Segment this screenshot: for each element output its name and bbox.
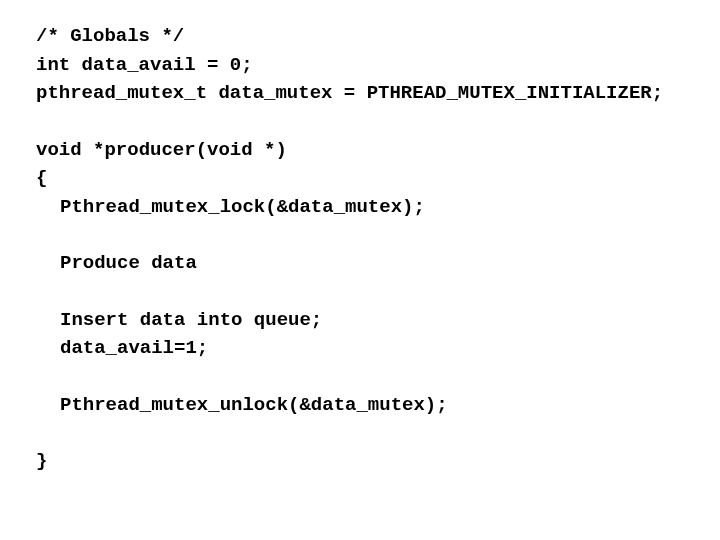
code-line: Insert data into queue; [36,306,720,335]
code-line: pthread_mutex_t data_mutex = PTHREAD_MUT… [36,79,720,108]
code-line: data_avail=1; [36,334,720,363]
blank-line [36,221,720,249]
code-text: void * [36,139,104,161]
function-name: producer [104,139,195,161]
blank-line [36,363,720,391]
code-line: { [36,164,720,193]
code-line: /* Globals */ [36,22,720,51]
code-line: void *producer(void *) [36,136,720,165]
code-line: Pthread_mutex_lock(&data_mutex); [36,193,720,222]
code-line: Produce data [36,249,720,278]
code-line: int data_avail = 0; [36,51,720,80]
code-line: Pthread_mutex_unlock(&data_mutex); [36,391,720,420]
blank-line [36,419,720,447]
blank-line [36,108,720,136]
code-block: /* Globals */ int data_avail = 0; pthrea… [0,0,720,476]
blank-line [36,278,720,306]
code-text: (void *) [196,139,287,161]
code-line: } [36,447,720,476]
